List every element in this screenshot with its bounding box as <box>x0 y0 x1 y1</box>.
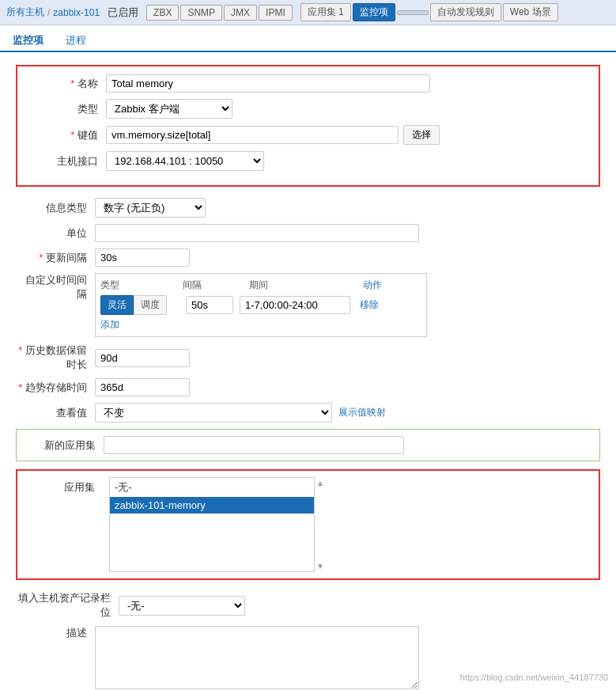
infotype-select[interactable]: 数字 (无正负) <box>95 198 206 218</box>
custom-time-entry: 灵活 调度 移除 <box>100 295 421 315</box>
desc-textarea[interactable] <box>95 626 419 689</box>
host-asset-select[interactable]: -无- <box>119 596 245 616</box>
key-label: 键值 <box>27 128 106 142</box>
host-asset-label: 填入主机资产记录栏位 <box>16 591 119 620</box>
listbox-scrollbar: ▲ ▼ <box>315 477 326 572</box>
toggle-flexible[interactable]: 灵活 <box>100 295 134 315</box>
name-input[interactable] <box>106 74 430 93</box>
blurred-tab <box>397 10 429 15</box>
custom-time-table: 类型 间隔 期间 动作 灵活 调度 移除 添加 <box>95 273 427 337</box>
new-appset-section: 新的应用集 <box>16 429 600 461</box>
add-custom-time-link[interactable]: 添加 <box>100 318 119 332</box>
type-select[interactable]: Zabbix 客户端 <box>106 99 232 119</box>
app-set-tab[interactable]: 应用集 1 <box>300 3 351 21</box>
history-label: 历史数据保留时长 <box>16 343 95 372</box>
key-row: 键值 选择 <box>27 125 589 145</box>
update-interval-row: 更新间隔 <box>16 248 600 267</box>
lookup-row: 查看值 不变 展示值映射 <box>16 403 600 423</box>
custom-time-row-outer: 自定义时间间隔 类型 间隔 期间 动作 灵活 调度 移除 添加 <box>16 273 600 337</box>
appset-item-0[interactable]: -无- <box>110 478 314 497</box>
new-appset-input[interactable] <box>104 436 404 454</box>
pill-group: ZBX SNMP JMX IPMI <box>146 5 293 21</box>
trend-input[interactable] <box>95 378 190 396</box>
pill-jmx[interactable]: JMX <box>224 5 257 21</box>
breadcrumb-host[interactable]: 所有主机 <box>6 6 44 19</box>
type-row: 类型 Zabbix 客户端 <box>27 99 589 119</box>
host-asset-row: 填入主机资产记录栏位 -无- <box>16 591 600 620</box>
pill-ipmi[interactable]: IPMI <box>259 5 293 21</box>
toggle-schedule[interactable]: 调度 <box>134 295 167 315</box>
key-input[interactable] <box>106 126 399 144</box>
custom-time-header: 类型 间隔 期间 动作 <box>100 279 421 292</box>
lookup-select[interactable]: 不变 <box>95 403 332 423</box>
unit-input[interactable] <box>95 224 419 242</box>
name-row: 名称 <box>27 74 589 93</box>
update-interval-label: 更新间隔 <box>16 251 95 265</box>
monitor-tab[interactable]: 监控项 <box>353 3 395 21</box>
desc-label: 描述 <box>16 626 95 640</box>
breadcrumb-item[interactable]: zabbix-101 <box>53 7 100 18</box>
sub-tabs: 监控项 进程 <box>0 25 616 52</box>
appset-listbox-wrap: -无- zabbix-101-memory ▲ ▼ <box>109 477 326 572</box>
appset-label: 应用集 <box>24 477 103 572</box>
unit-label: 单位 <box>16 226 95 241</box>
status-badge: 已启用 <box>108 6 138 20</box>
pill-zbx[interactable]: ZBX <box>146 5 179 21</box>
infotype-row: 信息类型 数字 (无正负) <box>16 198 600 218</box>
interface-select[interactable]: 192.168.44.101 : 10050 <box>106 151 264 171</box>
tab-process[interactable]: 进程 <box>61 30 91 52</box>
trend-label: 趋势存储时间 <box>16 381 95 395</box>
lookup-label: 查看值 <box>16 406 95 420</box>
top-nav: 所有主机 / zabbix-101 已启用 ZBX SNMP JMX IPMI … <box>0 0 616 25</box>
appset-listbox[interactable]: -无- zabbix-101-memory <box>109 477 315 572</box>
key-select-button[interactable]: 选择 <box>403 125 440 145</box>
new-appset-row: 新的应用集 <box>25 436 591 454</box>
toggle-group: 灵活 调度 <box>100 295 180 315</box>
new-appset-label: 新的应用集 <box>25 438 104 453</box>
history-input[interactable] <box>95 349 190 367</box>
appset-item-1[interactable]: zabbix-101-memory <box>110 497 314 514</box>
header-interval: 间隔 <box>183 279 246 292</box>
watermark: https://blog.csdn.net/weixin_44187730 <box>460 673 608 682</box>
custom-interval-input[interactable] <box>186 296 233 314</box>
pill-snmp[interactable]: SNMP <box>180 5 222 21</box>
basic-info-section: 名称 类型 Zabbix 客户端 键值 选择 主机接口 192.168.44.1… <box>16 65 600 187</box>
unit-row: 单位 <box>16 224 600 242</box>
header-action: 动作 <box>363 279 402 292</box>
custom-period-input[interactable] <box>240 296 350 314</box>
web-scene-tab[interactable]: Web 场景 <box>503 3 558 21</box>
tab-monitor[interactable]: 监控项 <box>8 30 48 52</box>
remove-link[interactable]: 移除 <box>360 298 379 312</box>
infotype-label: 信息类型 <box>16 201 95 215</box>
update-interval-input[interactable] <box>95 248 190 267</box>
trend-row: 趋势存储时间 <box>16 378 600 396</box>
history-row: 历史数据保留时长 <box>16 343 600 372</box>
appset-section: 应用集 -无- zabbix-101-memory ▲ ▼ <box>16 469 600 580</box>
spacer <box>16 580 600 591</box>
interface-row: 主机接口 192.168.44.101 : 10050 <box>27 151 589 171</box>
lookup-map-link[interactable]: 展示值映射 <box>338 406 386 419</box>
custom-time-label: 自定义时间间隔 <box>16 273 95 301</box>
type-label: 类型 <box>27 102 106 116</box>
header-type: 类型 <box>100 279 180 292</box>
name-label: 名称 <box>27 77 106 91</box>
header-period: 期间 <box>249 279 360 292</box>
auto-discovery-tab[interactable]: 自动发现规则 <box>430 3 501 21</box>
interface-label: 主机接口 <box>27 154 106 169</box>
main-content: 名称 类型 Zabbix 客户端 键值 选择 主机接口 192.168.44.1… <box>0 52 616 690</box>
